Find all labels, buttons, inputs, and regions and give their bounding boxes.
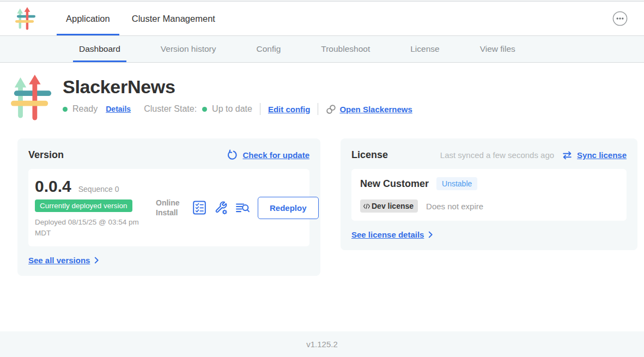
license-expiration: Does not expire: [426, 202, 483, 211]
license-header-right: Last synced a few seconds ago Sync licen…: [440, 150, 627, 160]
edit-config-icon[interactable]: [214, 201, 228, 215]
app-hero: SlackerNews Ready Details Cluster State:…: [11, 75, 644, 120]
license-detail-card: New Customer Unstable Dev license Does n…: [351, 169, 627, 221]
chain-link-icon: [326, 104, 336, 114]
divider: [318, 103, 318, 115]
see-all-versions-label: See all versions: [28, 256, 90, 265]
deployed-status-badge: Currently deployed version: [35, 199, 132, 212]
subtab-view-files-label: View files: [480, 44, 515, 54]
overflow-menu-button[interactable]: [612, 11, 628, 26]
tab-cluster-management-label: Cluster Management: [132, 14, 215, 24]
primary-nav: Application Cluster Management: [57, 2, 228, 35]
console-version: v1.125.2: [306, 340, 338, 349]
channel-badge: Unstable: [436, 177, 477, 190]
license-card-title: License: [351, 149, 388, 161]
version-card: Version Check for update 0.0.4 Sequence …: [17, 138, 320, 276]
open-app-link-label: Open Slackernews: [339, 105, 412, 114]
deployed-timestamp: Deployed 08/15/25 @ 03:54 pm MDT: [35, 217, 152, 238]
see-license-details-link[interactable]: See license details: [351, 230, 627, 239]
sync-arrows-icon: [562, 150, 573, 160]
version-sequence: Sequence 0: [78, 185, 119, 193]
subtab-troubleshoot-label: Troubleshoot: [321, 44, 370, 54]
install-type-label: Online Install: [156, 198, 184, 217]
current-version-info: 0.0.4 Sequence 0 Currently deployed vers…: [35, 177, 156, 238]
view-logs-icon[interactable]: [235, 201, 250, 215]
ellipsis-icon: [612, 11, 628, 26]
version-action-icons: [192, 201, 250, 215]
divider: [260, 103, 260, 115]
see-license-details-label: See license details: [351, 230, 424, 239]
app-header: Application Cluster Management: [0, 2, 644, 36]
slackernews-logo-large: [11, 75, 52, 120]
tab-application[interactable]: Application: [57, 2, 119, 35]
version-number-row: 0.0.4 Sequence 0: [35, 177, 156, 196]
tab-cluster-management[interactable]: Cluster Management: [123, 2, 224, 35]
subtab-view-files[interactable]: View files: [474, 36, 521, 62]
refresh-icon: [226, 149, 238, 161]
page-title: SlackerNews: [63, 76, 412, 98]
subtab-config[interactable]: Config: [251, 36, 287, 62]
version-card-header: Version Check for update: [28, 149, 309, 161]
sync-license-label: Sync license: [577, 150, 627, 160]
check-for-update-link[interactable]: Check for update: [226, 149, 309, 161]
slackernews-logo-icon: [15, 7, 36, 30]
chevron-right-icon: [428, 231, 433, 238]
subtab-dashboard-label: Dashboard: [79, 44, 120, 54]
chevron-right-icon: [94, 257, 99, 264]
sync-license-link[interactable]: Sync license: [562, 150, 627, 160]
app-status-row: Ready Details Cluster State: Up to date …: [63, 103, 412, 115]
app-status-label: Ready: [72, 104, 98, 114]
license-type-tag: Dev license: [360, 199, 418, 213]
cluster-state-label: Cluster State:: [144, 104, 197, 114]
subtab-config-label: Config: [257, 44, 281, 54]
cluster-state-value: Up to date: [212, 104, 252, 114]
status-details-link[interactable]: Details: [106, 105, 131, 113]
app-status-dot-icon: [63, 107, 68, 112]
cluster-state-dot-icon: [202, 107, 207, 112]
license-type-row: Dev license Does not expire: [358, 199, 618, 213]
current-version-card: 0.0.4 Sequence 0 Currently deployed vers…: [28, 169, 309, 246]
license-type-label: Dev license: [372, 202, 414, 210]
dashboard-main: SlackerNews Ready Details Cluster State:…: [0, 63, 644, 330]
subtab-troubleshoot[interactable]: Troubleshoot: [315, 36, 376, 62]
code-brackets-icon: [363, 203, 370, 209]
preflight-checks-icon[interactable]: [192, 201, 206, 215]
customer-row: New Customer Unstable: [358, 177, 618, 190]
open-app-link[interactable]: Open Slackernews: [326, 104, 412, 114]
app-hero-text: SlackerNews Ready Details Cluster State:…: [63, 75, 412, 115]
see-all-versions-link[interactable]: See all versions: [28, 256, 309, 265]
tab-application-label: Application: [66, 14, 110, 24]
dashboard-cards: Version Check for update 0.0.4 Sequence …: [17, 138, 637, 276]
subtab-version-history-label: Version history: [161, 44, 216, 54]
customer-name: New Customer: [360, 178, 429, 190]
redeploy-button[interactable]: Redeploy: [258, 197, 319, 219]
subtab-license[interactable]: License: [404, 36, 445, 62]
app-subnav: Dashboard Version history Config Trouble…: [0, 36, 644, 63]
subtab-version-history[interactable]: Version history: [155, 36, 222, 62]
version-number: 0.0.4: [35, 177, 71, 196]
check-for-update-label: Check for update: [242, 150, 309, 160]
license-card-header: License Last synced a few seconds ago Sy…: [351, 149, 627, 161]
last-synced-label: Last synced a few seconds ago: [440, 150, 554, 160]
subtab-license-label: License: [410, 44, 439, 54]
edit-config-link[interactable]: Edit config: [268, 105, 311, 114]
console-footer: v1.125.2: [0, 331, 644, 357]
license-card: License Last synced a few seconds ago Sy…: [341, 138, 637, 250]
subtab-dashboard[interactable]: Dashboard: [73, 36, 126, 62]
version-card-title: Version: [28, 149, 64, 161]
